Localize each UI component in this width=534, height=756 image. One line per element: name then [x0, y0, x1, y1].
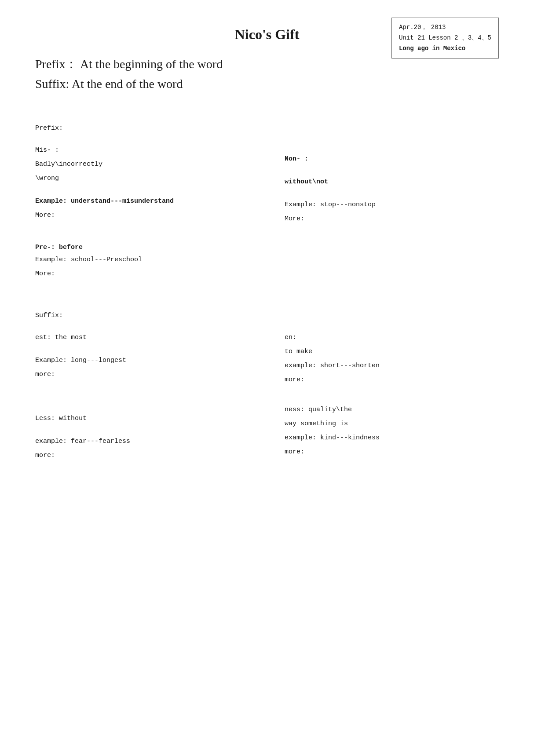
- pre-example: Example: school---Preschool: [35, 255, 499, 265]
- est-more: more:: [35, 369, 249, 380]
- non-meaning: without\not: [285, 177, 499, 187]
- ness-more: more:: [285, 447, 499, 457]
- pre-label: Pre-: before: [35, 244, 499, 251]
- prefix-label: Prefix:: [35, 124, 499, 132]
- less-label: Less: without: [35, 413, 249, 424]
- mis-label: Mis- :: [35, 145, 249, 156]
- mis-meaning: Badly\incorrectly: [35, 159, 249, 170]
- info-date: Apr.20， 2013: [399, 22, 491, 33]
- info-unit: Unit 21 Lesson 2 、3、4、5: [399, 33, 491, 44]
- en-label: en:: [285, 332, 499, 343]
- suffix-label: Suffix:: [35, 312, 499, 319]
- less-more: more:: [35, 450, 249, 461]
- non-more: More:: [285, 214, 499, 224]
- en-example: example: short---shorten: [285, 361, 499, 371]
- mis-example: Example: understand---misunderstand: [35, 196, 249, 207]
- ness-label: ness: quality\the: [285, 405, 499, 415]
- info-subtitle: Long ago in Mexico: [399, 44, 491, 54]
- non-label: Non- :: [285, 154, 499, 164]
- pre-more: More:: [35, 269, 499, 279]
- non-example: Example: stop---nonstop: [285, 200, 499, 210]
- est-example: Example: long---longest: [35, 355, 249, 366]
- en-meaning: to make: [285, 347, 499, 357]
- less-example: example: fear---fearless: [35, 436, 249, 447]
- ness-example: example: kind---kindness: [285, 433, 499, 443]
- ness-meaning: way something is: [285, 419, 499, 429]
- mis-more: More:: [35, 210, 249, 221]
- mis-wrong: \wrong: [35, 173, 249, 184]
- info-box: Apr.20， 2013 Unit 21 Lesson 2 、3、4、5 Lon…: [391, 18, 499, 58]
- en-more: more:: [285, 375, 499, 385]
- suffix-heading: Suffix: At the end of the word: [35, 77, 499, 91]
- est-label: est: the most: [35, 332, 249, 343]
